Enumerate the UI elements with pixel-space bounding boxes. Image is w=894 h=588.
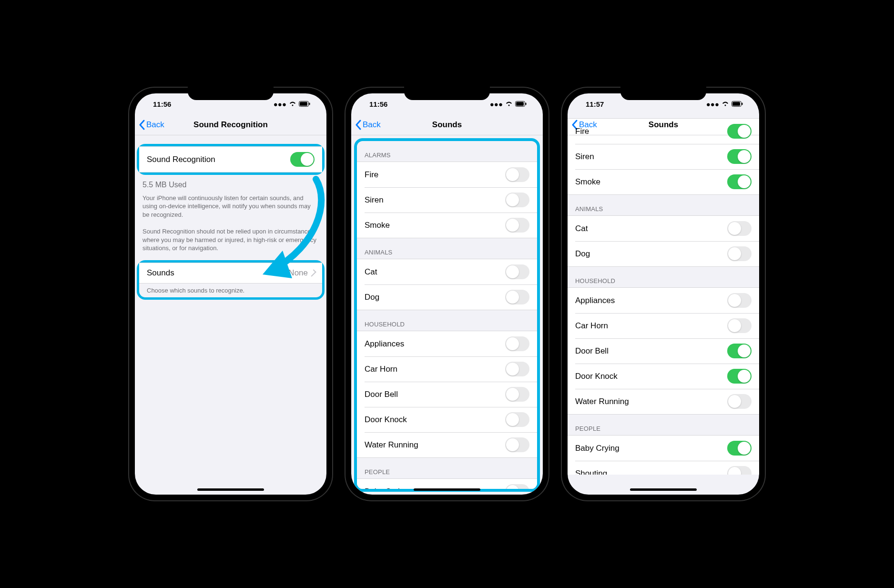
toggle[interactable] bbox=[727, 174, 752, 189]
status-bar: 11:56 ●●● bbox=[351, 93, 543, 114]
row-smoke[interactable]: Smoke bbox=[568, 169, 759, 194]
row-dog[interactable]: Dog bbox=[357, 284, 537, 310]
row-dog[interactable]: Dog bbox=[568, 241, 759, 266]
signal-icon: ●●● bbox=[706, 100, 719, 108]
row-door-bell[interactable]: Door Bell bbox=[568, 338, 759, 364]
status-bar: 11:57 ●●● bbox=[568, 93, 759, 114]
toggle[interactable] bbox=[727, 441, 752, 456]
wifi-icon bbox=[289, 101, 296, 107]
toggle[interactable] bbox=[505, 484, 529, 492]
toggle[interactable] bbox=[505, 193, 529, 207]
status-right: ●●● bbox=[490, 100, 529, 108]
toggle[interactable] bbox=[505, 362, 529, 376]
sounds-row[interactable]: Sounds None bbox=[139, 263, 322, 283]
status-time: 11:57 bbox=[582, 100, 604, 108]
status-time: 11:56 bbox=[366, 100, 387, 108]
storage-footer: 5.5 MB Used bbox=[135, 174, 326, 190]
screen-3: 11:57 ●●● Back Sounds Fire Siren Smoke A… bbox=[568, 93, 759, 495]
chevron-left-icon bbox=[355, 120, 362, 130]
section-header-household: HOUSEHOLD bbox=[568, 267, 759, 287]
wifi-icon bbox=[721, 101, 729, 107]
status-right: ●●● bbox=[274, 100, 313, 108]
section-header-alarms: ALARMS bbox=[357, 141, 537, 162]
row-cat[interactable]: Cat bbox=[357, 259, 537, 284]
toggle[interactable] bbox=[505, 218, 529, 233]
row-smoke[interactable]: Smoke bbox=[357, 213, 537, 238]
desc-2: Sound Recognition should not be relied u… bbox=[135, 223, 326, 253]
highlight-sounds-list: ALARMS Fire Siren Smoke ANIMALS Cat Dog … bbox=[354, 138, 540, 492]
back-button[interactable]: Back bbox=[139, 120, 164, 130]
toggle[interactable] bbox=[727, 221, 752, 236]
row-door-knock[interactable]: Door Knock bbox=[568, 364, 759, 389]
row-fire[interactable]: Fire bbox=[357, 162, 537, 187]
row-car-horn[interactable]: Car Horn bbox=[568, 313, 759, 338]
toggle[interactable] bbox=[505, 264, 529, 279]
toggle[interactable] bbox=[505, 336, 529, 351]
screen-2: 11:56 ●●● Back Sounds ALARMS Fire Siren … bbox=[351, 93, 543, 495]
svg-rect-5 bbox=[526, 103, 527, 105]
row-baby-crying[interactable]: Baby Crying bbox=[568, 436, 759, 461]
phone-mockup-3: 11:57 ●●● Back Sounds Fire Siren Smoke A… bbox=[561, 87, 766, 501]
toggle[interactable] bbox=[505, 290, 529, 304]
home-indicator[interactable] bbox=[414, 488, 480, 491]
back-button[interactable]: Back bbox=[355, 120, 381, 130]
toggle[interactable] bbox=[727, 466, 752, 475]
nav-bar: Back Sounds bbox=[351, 114, 543, 135]
toggle[interactable] bbox=[727, 394, 752, 409]
phone-mockup-1: 11:56 ●●● Back Sound Recognition Sound R… bbox=[128, 87, 333, 501]
cell-label: Sound Recognition bbox=[147, 155, 215, 164]
highlight-sounds-row: Sounds None Choose which sounds to recog… bbox=[137, 260, 325, 300]
section-header-animals: ANIMALS bbox=[568, 195, 759, 215]
status-time: 11:56 bbox=[149, 100, 171, 108]
svg-rect-7 bbox=[732, 102, 740, 106]
home-indicator[interactable] bbox=[197, 488, 264, 491]
toggle[interactable] bbox=[727, 369, 752, 384]
nav-bar: Back Sound Recognition bbox=[135, 114, 326, 135]
signal-icon: ●●● bbox=[490, 100, 503, 108]
phone-mockup-2: 11:56 ●●● Back Sounds ALARMS Fire Siren … bbox=[345, 87, 549, 501]
row-siren[interactable]: Siren bbox=[568, 144, 759, 169]
sound-recognition-row[interactable]: Sound Recognition bbox=[139, 147, 322, 172]
row-door-knock[interactable]: Door Knock bbox=[357, 407, 537, 432]
row-door-bell[interactable]: Door Bell bbox=[357, 382, 537, 407]
battery-icon bbox=[515, 101, 527, 107]
row-cat[interactable]: Cat bbox=[568, 216, 759, 241]
row-car-horn[interactable]: Car Horn bbox=[357, 356, 537, 382]
signal-icon: ●●● bbox=[274, 100, 286, 108]
toggle[interactable] bbox=[505, 387, 529, 402]
home-indicator[interactable] bbox=[630, 488, 697, 491]
svg-rect-8 bbox=[742, 103, 743, 105]
highlight-main-toggle: Sound Recognition bbox=[137, 144, 325, 175]
row-shouting[interactable]: Shouting bbox=[568, 461, 759, 475]
row-water-running[interactable]: Water Running bbox=[357, 432, 537, 457]
toggle[interactable] bbox=[505, 412, 529, 427]
section-header-household: HOUSEHOLD bbox=[357, 310, 537, 331]
toggle[interactable] bbox=[727, 318, 752, 333]
desc-1: Your iPhone will continuously listen for… bbox=[135, 190, 326, 219]
cell-label: Sounds bbox=[147, 268, 174, 278]
row-siren[interactable]: Siren bbox=[357, 187, 537, 213]
back-label: Back bbox=[363, 120, 381, 130]
section-header-animals: ANIMALS bbox=[357, 238, 537, 259]
chevron-left-icon bbox=[139, 120, 145, 130]
screen-1: 11:56 ●●● Back Sound Recognition Sound R… bbox=[135, 93, 326, 495]
back-label: Back bbox=[146, 120, 164, 130]
row-appliances[interactable]: Appliances bbox=[568, 288, 759, 313]
toggle-sound-recognition[interactable] bbox=[290, 152, 315, 167]
row-water-running[interactable]: Water Running bbox=[568, 389, 759, 414]
svg-rect-4 bbox=[516, 102, 524, 106]
toggle[interactable] bbox=[505, 167, 529, 182]
row-fire[interactable]: Fire bbox=[568, 119, 759, 144]
toggle[interactable] bbox=[727, 149, 752, 164]
toggle[interactable] bbox=[727, 246, 752, 261]
sounds-footer: Choose which sounds to recognize. bbox=[139, 284, 322, 295]
svg-rect-2 bbox=[309, 103, 310, 105]
toggle[interactable] bbox=[727, 344, 752, 358]
toggle[interactable] bbox=[505, 437, 529, 452]
status-bar: 11:56 ●●● bbox=[135, 93, 326, 114]
row-appliances[interactable]: Appliances bbox=[357, 331, 537, 356]
toggle[interactable] bbox=[727, 124, 752, 139]
toggle[interactable] bbox=[727, 293, 752, 308]
chevron-right-icon bbox=[309, 269, 316, 277]
wifi-icon bbox=[505, 101, 513, 107]
